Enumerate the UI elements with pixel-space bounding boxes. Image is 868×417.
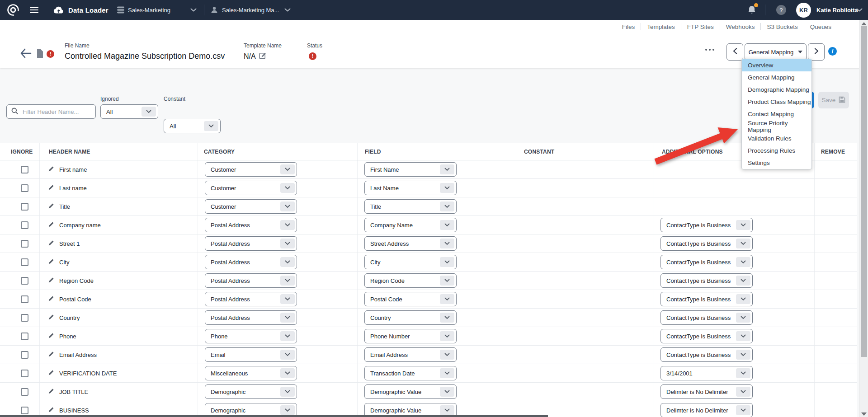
- view-selector-button[interactable]: General Mapping: [745, 43, 807, 61]
- subnav-link-files[interactable]: Files: [616, 23, 641, 30]
- edit-template-icon[interactable]: [259, 52, 266, 61]
- edit-header-name-icon[interactable]: [48, 406, 54, 414]
- next-view-button[interactable]: [808, 43, 825, 61]
- additional-options-select[interactable]: Delimter is No Delimiter: [660, 403, 753, 417]
- scroll-up-icon[interactable]: [861, 22, 867, 25]
- edit-header-name-icon[interactable]: [48, 239, 54, 248]
- ignore-checkbox[interactable]: [21, 221, 28, 229]
- additional-options-select[interactable]: ContactType is Business: [660, 273, 753, 288]
- field-select[interactable]: First Name: [364, 162, 457, 177]
- field-select[interactable]: Phone Number: [364, 329, 457, 343]
- additional-options-select[interactable]: ContactType is Business: [660, 347, 753, 362]
- category-select[interactable]: Postal Address: [205, 273, 297, 288]
- menu-item-processing-rules[interactable]: Processing Rules: [742, 145, 811, 157]
- category-select[interactable]: Postal Address: [205, 236, 297, 251]
- category-select[interactable]: Customer: [205, 162, 297, 177]
- menu-item-settings[interactable]: Settings: [742, 157, 811, 169]
- field-select[interactable]: Region Code: [364, 273, 457, 288]
- field-select[interactable]: Email Address: [364, 347, 457, 362]
- ignore-checkbox[interactable]: [21, 407, 28, 414]
- avatar[interactable]: KR: [796, 0, 811, 20]
- additional-options-select[interactable]: ContactType is Business: [660, 329, 753, 343]
- additional-options-select[interactable]: ContactType is Business: [660, 310, 753, 325]
- edit-header-name-icon[interactable]: [48, 202, 54, 211]
- database-selector[interactable]: Sales-Marketing: [128, 0, 170, 20]
- edit-header-name-icon[interactable]: [48, 351, 54, 359]
- additional-options-select[interactable]: Delimter is No Delimiter: [660, 384, 753, 399]
- ignore-checkbox[interactable]: [21, 295, 28, 303]
- edit-header-name-icon[interactable]: [48, 258, 54, 266]
- ignore-checkbox[interactable]: [21, 370, 28, 377]
- menu-item-source-priority-mapping[interactable]: Source Priority Mapping: [742, 120, 811, 132]
- subnav-link-templates[interactable]: Templates: [641, 23, 681, 30]
- field-select[interactable]: Demographic Value: [364, 384, 457, 399]
- category-select[interactable]: Postal Address: [205, 218, 297, 232]
- field-select[interactable]: Postal Code: [364, 292, 457, 306]
- edit-header-name-icon[interactable]: [48, 332, 54, 340]
- vertical-scrollbar-thumb[interactable]: [861, 26, 867, 357]
- ignore-checkbox[interactable]: [21, 166, 28, 173]
- horizontal-scrollbar-thumb[interactable]: [0, 415, 548, 417]
- ignore-checkbox[interactable]: [21, 240, 28, 248]
- additional-options-select[interactable]: 3/14/2001: [660, 366, 753, 380]
- help-icon[interactable]: ?: [776, 0, 786, 20]
- chevron-down-icon[interactable]: [284, 0, 291, 20]
- additional-options-select[interactable]: ContactType is Business: [660, 292, 753, 306]
- field-select[interactable]: Country: [364, 310, 457, 325]
- search-input[interactable]: [22, 108, 91, 116]
- chevron-down-icon[interactable]: [190, 0, 197, 20]
- category-select[interactable]: Postal Address: [205, 292, 297, 306]
- back-arrow-icon[interactable]: [20, 48, 32, 60]
- profile-selector[interactable]: Sales-Marketing Ma...: [222, 0, 279, 20]
- menu-item-general-mapping[interactable]: General Mapping: [742, 71, 811, 84]
- category-select[interactable]: Customer: [205, 181, 297, 195]
- field-select[interactable]: City: [364, 255, 457, 269]
- edit-header-name-icon[interactable]: [48, 184, 54, 192]
- save-button[interactable]: Save: [818, 92, 849, 108]
- field-select[interactable]: Title: [364, 199, 457, 214]
- ignore-checkbox[interactable]: [21, 351, 28, 359]
- info-icon[interactable]: i: [828, 47, 837, 56]
- header-filter-search[interactable]: [6, 104, 96, 119]
- ignore-checkbox[interactable]: [21, 277, 28, 285]
- ignore-checkbox[interactable]: [21, 333, 28, 340]
- menu-item-product-class-mapping[interactable]: Product Class Mapping: [742, 96, 811, 108]
- field-select[interactable]: Street Address: [364, 236, 457, 251]
- vertical-scrollbar[interactable]: [859, 20, 868, 417]
- subnav-link-ftp-sites[interactable]: FTP Sites: [681, 23, 720, 30]
- category-select[interactable]: Email: [205, 347, 297, 362]
- field-select[interactable]: Transaction Date: [364, 366, 457, 380]
- ignore-checkbox[interactable]: [21, 314, 28, 322]
- menu-item-validation-rules[interactable]: Validation Rules: [742, 132, 811, 145]
- ignore-checkbox[interactable]: [21, 258, 28, 266]
- ignore-checkbox[interactable]: [21, 184, 28, 192]
- subnav-link-s3-buckets[interactable]: S3 Buckets: [761, 23, 803, 30]
- edit-header-name-icon[interactable]: [48, 314, 54, 322]
- category-select[interactable]: Postal Address: [205, 310, 297, 325]
- subnav-link-webhooks[interactable]: Webhooks: [720, 23, 761, 30]
- ignore-checkbox[interactable]: [21, 203, 28, 211]
- omeda-logo-icon[interactable]: [6, 0, 20, 20]
- category-select[interactable]: Miscellaneous: [205, 366, 297, 380]
- constant-filter-select[interactable]: All: [164, 119, 221, 133]
- edit-header-name-icon[interactable]: [48, 388, 54, 396]
- scroll-down-icon[interactable]: [861, 412, 867, 416]
- previous-view-button[interactable]: [726, 43, 743, 61]
- menu-item-demographic-mapping[interactable]: Demographic Mapping: [742, 84, 811, 96]
- additional-options-select[interactable]: ContactType is Business: [660, 236, 753, 251]
- additional-options-select[interactable]: ContactType is Business: [660, 218, 753, 232]
- category-select[interactable]: Demographic: [205, 384, 297, 399]
- chevron-down-icon[interactable]: [856, 0, 863, 20]
- category-select[interactable]: Postal Address: [205, 255, 297, 269]
- menu-item-overview[interactable]: Overview: [742, 59, 811, 71]
- category-select[interactable]: Customer: [205, 199, 297, 214]
- additional-options-select[interactable]: ContactType is Business: [660, 255, 753, 269]
- hamburger-menu-icon[interactable]: [30, 0, 38, 20]
- edit-header-name-icon[interactable]: [48, 369, 54, 377]
- subnav-link-queues[interactable]: Queues: [804, 23, 837, 30]
- edit-header-name-icon[interactable]: [48, 276, 54, 285]
- category-select[interactable]: Phone: [205, 329, 297, 343]
- edit-header-name-icon[interactable]: [48, 295, 54, 303]
- ignored-filter-select[interactable]: All: [100, 104, 158, 119]
- overflow-menu-icon[interactable]: [705, 49, 714, 51]
